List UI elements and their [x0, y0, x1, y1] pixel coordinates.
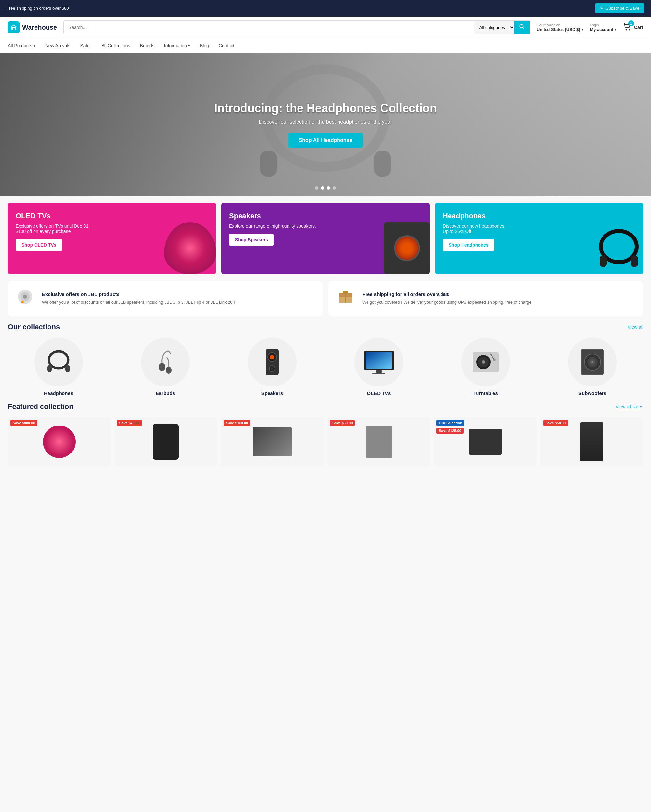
country-label: Country/region: [537, 23, 584, 27]
country-region[interactable]: Country/region United States (USD $) ▾: [537, 23, 584, 32]
nav-item-information[interactable]: Information ▾: [164, 38, 190, 53]
search-button[interactable]: [514, 21, 530, 34]
featured-view-all[interactable]: View all sales: [616, 404, 643, 409]
logo[interactable]: Warehouse: [8, 21, 57, 33]
hero-dot-1[interactable]: [315, 186, 318, 190]
collection-speakers[interactable]: Speakers: [222, 338, 323, 396]
promo-oled-button[interactable]: Shop OLED TVs: [15, 239, 62, 251]
featured-heading: Featured collection: [8, 402, 73, 411]
promo-oled-image: [164, 222, 216, 274]
svg-point-28: [270, 355, 274, 359]
product-card-2[interactable]: Save $25.00: [114, 417, 217, 466]
collection-turntables[interactable]: Turntables: [435, 338, 536, 396]
product-card-5[interactable]: Our Selection Save $125.00: [434, 417, 536, 466]
collection-headphones-circle: [34, 338, 83, 386]
chevron-down-icon: ▾: [188, 44, 190, 48]
products-grid: Save $800.00 Save $25.00 Save $100.00 Sa…: [8, 417, 643, 466]
collection-earbuds-circle: [141, 338, 190, 386]
nav-item-all-products[interactable]: All Products ▾: [8, 38, 35, 53]
shipping-icon: [336, 288, 356, 309]
nav-item-sales[interactable]: Sales: [80, 38, 92, 53]
product-badge-6: Save $50.00: [543, 420, 568, 426]
promo-speakers-title: Speakers: [229, 212, 422, 220]
collection-oled-label: OLED TVs: [367, 391, 391, 396]
box-icon: [336, 288, 355, 306]
country-value: United States (USD $): [537, 27, 581, 32]
promo-speakers-image: [377, 222, 429, 274]
product-thumbnail-2: [153, 424, 179, 460]
nav-item-blog[interactable]: Blog: [200, 38, 209, 53]
shipping-text: Free shipping on orders over $80: [6, 6, 69, 11]
product-card-6[interactable]: Save $50.00: [541, 417, 643, 466]
header: Warehouse All categories Country/region …: [0, 17, 651, 38]
hero-dot-4[interactable]: [333, 186, 336, 190]
earbuds-collection-icon: [152, 348, 178, 377]
info-banners: Exclusive offers on JBL products We offe…: [8, 281, 643, 316]
login-section[interactable]: Login My account ▾: [590, 23, 616, 32]
collection-earbuds-label: Earbuds: [156, 391, 175, 396]
main-nav: All Products ▾ New Arrivals Sales All Co…: [0, 38, 651, 53]
product-card-4[interactable]: Save $30.00: [327, 417, 430, 466]
hero-title: Introducing: the Headphones Collection: [214, 102, 437, 115]
svg-rect-1: [13, 27, 15, 30]
svg-rect-11: [631, 255, 638, 267]
svg-rect-22: [47, 365, 52, 372]
promo-speakers-button[interactable]: Shop Speakers: [229, 234, 274, 246]
hero-dot-3[interactable]: [327, 186, 330, 190]
promo-headphones-button[interactable]: Shop Headphones: [443, 239, 494, 251]
nav-item-contact[interactable]: Contact: [219, 38, 234, 53]
svg-rect-23: [66, 365, 70, 372]
turntable-collection-icon: [471, 348, 500, 377]
shipping-title: Free shipping for all orders overs $80: [362, 292, 532, 297]
flower-decoration: [164, 222, 216, 274]
promo-headphones-title: Headphones: [443, 212, 636, 220]
chevron-down-icon: ▾: [34, 44, 35, 48]
collections-view-all[interactable]: View all: [628, 324, 643, 330]
collection-subwoofers[interactable]: Subwoofers: [542, 338, 643, 396]
category-select[interactable]: All categories: [474, 21, 514, 34]
collection-oled-circle: [355, 338, 403, 386]
product-badge-2: Save $25.00: [117, 420, 142, 426]
nav-item-brands[interactable]: Brands: [140, 38, 154, 53]
product-thumbnail-5: [469, 429, 501, 455]
product-thumbnail-6: [581, 422, 603, 461]
hero-cta-button[interactable]: Shop All Headphones: [289, 133, 363, 148]
collection-turntables-circle: [461, 338, 510, 386]
product-thumbnail-4: [366, 426, 392, 458]
svg-line-3: [523, 27, 524, 29]
collection-subwoofers-label: Subwoofers: [578, 391, 607, 396]
nav-item-new-arrivals[interactable]: New Arrivals: [45, 38, 70, 53]
promo-oled-title: OLED TVs: [15, 212, 208, 220]
collection-oled[interactable]: OLED TVs: [328, 338, 429, 396]
svg-rect-8: [374, 151, 391, 177]
subwoofer-collection-icon: [579, 348, 605, 377]
collection-turntables-label: Turntables: [473, 391, 498, 396]
subscribe-button[interactable]: ✉ Subscribe & Save: [595, 3, 645, 13]
svg-point-41: [493, 359, 496, 361]
jbl-info-text: Exclusive offers on JBL products We offe…: [42, 292, 235, 305]
collection-earbuds[interactable]: Earbuds: [115, 338, 216, 396]
product-card-1[interactable]: Save $800.00: [8, 417, 110, 466]
hero-content: Introducing: the Headphones Collection D…: [214, 102, 437, 148]
svg-point-21: [49, 351, 68, 368]
hero-banner: Introducing: the Headphones Collection D…: [0, 53, 651, 196]
shipping-description: We got you covered ! We deliver your goo…: [362, 299, 532, 305]
svg-rect-7: [260, 151, 277, 177]
collection-headphones[interactable]: Headphones: [8, 338, 109, 396]
headphones-svg: [594, 226, 643, 274]
nav-item-all-collections[interactable]: All Collections: [102, 38, 130, 53]
cart-button[interactable]: 1 Cart: [623, 23, 643, 32]
svg-point-4: [626, 29, 627, 30]
product-badge-5-sub: Save $125.00: [437, 428, 463, 433]
featured-section: Featured collection View all sales Save …: [8, 402, 643, 466]
promo-card-speakers: Speakers Explore our range of high-quali…: [222, 203, 429, 274]
product-card-3[interactable]: Save $100.00: [221, 417, 324, 466]
account-label: My account: [590, 27, 613, 32]
hero-dot-2[interactable]: [321, 186, 324, 190]
svg-point-25: [166, 366, 171, 374]
svg-point-5: [629, 29, 630, 30]
speaker-small-icon: [16, 288, 34, 306]
search-input[interactable]: [64, 21, 474, 34]
product-thumbnail-3: [252, 427, 292, 456]
collection-subwoofers-circle: [568, 338, 617, 386]
